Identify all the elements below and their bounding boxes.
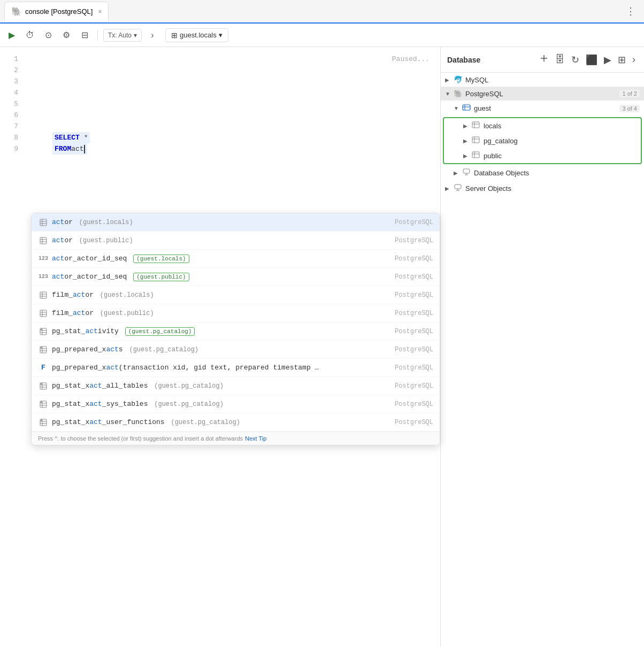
locals-icon	[472, 121, 481, 130]
database-tree: ▶ 🐬 MySQL ▼ 🐘 PostgreSQL 1 of 2 ▼ guest …	[441, 73, 644, 196]
ac-item-film-actor-public[interactable]: film_actor (guest.public) PostgreSQL	[32, 304, 440, 322]
locals-label: locals	[484, 122, 637, 130]
datasource-properties-button[interactable]: 🗄	[553, 53, 567, 66]
tree-item-guest[interactable]: ▼ guest 3 of 4	[441, 101, 644, 116]
tree-item-postgresql[interactable]: ▼ 🐘 PostgreSQL 1 of 2	[441, 87, 644, 101]
cursor	[84, 145, 85, 153]
refresh-button[interactable]: ↻	[569, 53, 581, 67]
line-6: 6	[0, 110, 18, 121]
mysql-label: MySQL	[465, 76, 640, 84]
svg-rect-55	[463, 169, 470, 173]
run-db-button[interactable]: ▶	[602, 53, 614, 67]
ac-item-seq-public[interactable]: 123 actor_actor_id_seq (guest.public) Po…	[32, 268, 440, 286]
editor-pane: 1 2 3 4 5 6 7 8 9 Paused...	[0, 47, 441, 647]
server-objects-label: Server Objects	[465, 184, 640, 192]
code-line-7	[31, 121, 440, 132]
console-tab[interactable]: 🐘 console [PostgreSQL] ×	[4, 2, 109, 21]
public-icon	[472, 151, 481, 160]
layout-button[interactable]: ⊟	[77, 28, 92, 43]
add-datasource-button[interactable]	[537, 52, 551, 67]
tree-item-pg-catalog[interactable]: ▶ pg_catalog	[444, 133, 641, 148]
table-icon	[38, 291, 49, 299]
tab-label: console [PostgreSQL]	[25, 7, 93, 16]
tx-chevron: ▾	[134, 32, 137, 39]
pg-badge: 1 of 2	[619, 90, 640, 97]
ac-name: pg_stat_activity (guest.pg_catalog)	[52, 327, 384, 336]
ac-name: actor (guest.public)	[52, 236, 384, 244]
ac-item-actor-locals[interactable]: actor (guest.locals) PostgreSQL	[32, 213, 440, 232]
db-selector-icon: ⊞	[171, 31, 178, 40]
table2-icon	[38, 328, 49, 335]
ac-db: PostgreSQL	[384, 382, 433, 390]
pg-icon: 🐘	[454, 89, 463, 98]
main-layout: 1 2 3 4 5 6 7 8 9 Paused...	[0, 47, 644, 647]
code-line-8: SELECT *	[31, 132, 440, 143]
ac-item-pg-prepared-xacts[interactable]: pg_prepared_xacts (guest.pg_catalog) Pos…	[32, 341, 440, 359]
editor-toolbar: ▶ ⏱ ⊙ ⚙ ⊟ Tx: Auto ▾ › ⊞ guest.locals ▾	[0, 24, 644, 47]
db-objects-icon	[462, 168, 472, 178]
run-button[interactable]: ▶	[4, 28, 19, 43]
tree-item-locals[interactable]: ▶ locals	[444, 118, 641, 133]
more-db-button[interactable]: ›	[630, 53, 638, 66]
seq-icon: 123	[38, 256, 49, 261]
tree-item-db-objects[interactable]: ▶ Database Objects	[441, 165, 644, 181]
arrow-button[interactable]: ›	[145, 28, 160, 43]
ac-item-pg-stat-activity[interactable]: pg_stat_activity (guest.pg_catalog) Post…	[32, 322, 440, 341]
tx-dropdown[interactable]: Tx: Auto ▾	[103, 29, 142, 42]
line-numbers: 1 2 3 4 5 6 7 8 9	[0, 47, 27, 647]
guest-badge: 3 of 4	[619, 105, 640, 112]
db-objects-arrow: ▶	[454, 170, 462, 176]
ac-item-pg-stat-xact-sys[interactable]: pg_stat_xact_sys_tables (guest.pg_catalo…	[32, 395, 440, 413]
line-8: 8	[0, 132, 18, 143]
svg-rect-49	[472, 137, 479, 143]
db-objects-label: Database Objects	[474, 169, 640, 177]
cancel-button[interactable]: ⬛	[584, 53, 600, 67]
svg-point-35	[41, 401, 42, 402]
ac-item-actor-public[interactable]: actor (guest.public) PostgreSQL	[32, 232, 440, 250]
ac-db: PostgreSQL	[384, 419, 433, 426]
ac-db: PostgreSQL	[384, 273, 433, 281]
svg-rect-43	[463, 105, 470, 110]
autocomplete-popup[interactable]: actor (guest.locals) PostgreSQL actor (g…	[31, 213, 440, 445]
line-9: 9	[0, 143, 18, 155]
grid-button[interactable]: ⊞	[616, 53, 628, 67]
ac-tip-link[interactable]: Next Tip	[245, 435, 266, 442]
ac-item-seq-locals[interactable]: 123 actor_actor_id_seq (guest.locals) Po…	[32, 250, 440, 268]
svg-point-30	[41, 383, 42, 384]
tree-item-mysql[interactable]: ▶ 🐬 MySQL	[441, 73, 644, 87]
pg-catalog-label: pg_catalog	[484, 137, 637, 145]
ac-item-film-actor-locals[interactable]: film_actor (guest.locals) PostgreSQL	[32, 286, 440, 304]
ac-db: PostgreSQL	[384, 364, 433, 372]
select-keyword: SELECT	[55, 134, 80, 142]
tx-label: Tx: Auto	[108, 32, 132, 39]
ac-item-pg-stat-xact-all[interactable]: pg_stat_xact_all_tables (guest.pg_catalo…	[32, 377, 440, 395]
code-line-2	[31, 65, 440, 76]
postgresql-tab-icon: 🐘	[11, 6, 22, 17]
pg-catalog-arrow: ▶	[463, 138, 472, 144]
code-line-4	[31, 87, 440, 98]
server-objects-arrow: ▶	[445, 186, 454, 191]
db-selector[interactable]: ⊞ guest.locals ▾	[165, 28, 228, 42]
divider-1	[97, 30, 98, 41]
tree-item-server-objects[interactable]: ▶ Server Objects	[441, 181, 644, 196]
ac-db: PostgreSQL	[384, 328, 433, 335]
tree-item-public[interactable]: ▶ public	[444, 148, 641, 163]
pin-button[interactable]: ⊙	[41, 28, 56, 43]
svg-rect-0	[40, 219, 47, 226]
tab-close-button[interactable]: ×	[98, 8, 102, 16]
code-line-3	[31, 76, 440, 87]
db-selector-chevron: ▾	[219, 31, 223, 39]
settings-button[interactable]: ⚙	[59, 28, 74, 43]
ac-item-pg-stat-xact-user[interactable]: pg_stat_xact_user_functions (guest.pg_ca…	[32, 413, 440, 432]
line-7: 7	[0, 121, 18, 132]
line-1: 1	[0, 53, 18, 65]
table-icon	[38, 237, 49, 244]
history-button[interactable]: ⏱	[22, 28, 37, 43]
svg-point-40	[41, 419, 42, 420]
paused-label: Paused...	[392, 53, 430, 65]
tab-more-button[interactable]: ⋮	[622, 3, 640, 19]
guest-icon	[462, 103, 472, 113]
seq-icon: 123	[38, 274, 49, 280]
line-5: 5	[0, 98, 18, 110]
ac-item-pg-prepared-xact-func[interactable]: F pg_prepared_xact(transaction xid, gid …	[32, 359, 440, 377]
